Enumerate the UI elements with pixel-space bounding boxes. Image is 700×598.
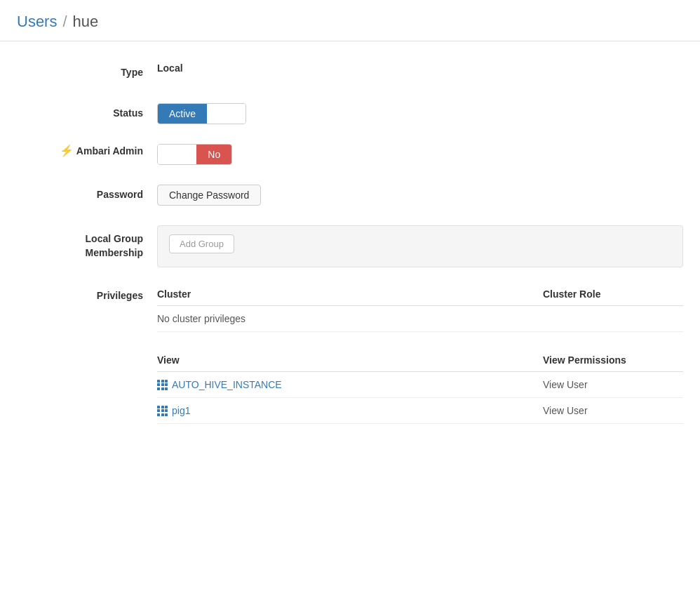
cluster-col-header: Cluster — [157, 288, 543, 300]
view-permission-2: View User — [543, 405, 683, 416]
add-group-button[interactable]: Add Group — [169, 234, 234, 253]
lightning-icon: ⚡ — [60, 144, 74, 157]
group-membership-area: Add Group — [157, 225, 683, 267]
breadcrumb-separator: / — [62, 13, 67, 31]
ambari-admin-toggle-group[interactable]: No — [157, 144, 232, 165]
cluster-role-col-header: Cluster Role — [543, 288, 683, 300]
view-name-1: AUTO_HIVE_INSTANCE — [172, 379, 282, 390]
ambari-admin-row: ⚡ Ambari Admin No — [17, 144, 683, 169]
table-row: pig1 View User — [157, 398, 683, 424]
view-permission-1: View User — [543, 379, 683, 390]
privileges-content: Cluster Cluster Role No cluster privileg… — [157, 283, 683, 424]
type-value: Local — [157, 62, 683, 74]
table-row: AUTO_HIVE_INSTANCE View User — [157, 372, 683, 398]
cluster-table-header: Cluster Cluster Role — [157, 283, 683, 306]
ambari-admin-no-button[interactable]: No — [196, 145, 231, 164]
password-label: Password — [17, 185, 157, 200]
view-section: View View Permissions AUTO_HIVE_INSTANCE — [157, 349, 683, 424]
no-cluster-text: No cluster privileges — [157, 313, 245, 324]
ambari-admin-yes-button[interactable] — [158, 145, 196, 164]
status-toggle-group[interactable]: Active — [157, 103, 246, 124]
ambari-admin-label: Ambari Admin — [76, 145, 143, 157]
status-label: Status — [17, 103, 157, 119]
local-group-value-container: Add Group — [157, 225, 683, 267]
type-row: Type Local — [17, 62, 683, 88]
type-label: Type — [17, 62, 157, 78]
breadcrumb-current: hue — [73, 13, 99, 31]
password-row: Password Change Password — [17, 185, 683, 210]
breadcrumb: Users / hue — [17, 13, 683, 31]
view-link-2[interactable]: pig1 — [157, 405, 190, 416]
page-header: Users / hue — [0, 0, 700, 41]
view-col-value-1: AUTO_HIVE_INSTANCE — [157, 379, 543, 390]
privileges-row: Privileges Cluster Cluster Role No clust… — [17, 283, 683, 424]
status-inactive-button[interactable] — [207, 104, 245, 124]
ambari-admin-toggle-container: No — [157, 144, 683, 165]
change-password-button[interactable]: Change Password — [157, 185, 261, 206]
password-value-container: Change Password — [157, 185, 683, 206]
view-permissions-col-header: View Permissions — [543, 354, 683, 366]
local-group-row: Local Group Membership Add Group — [17, 225, 683, 267]
status-toggle-container: Active — [157, 103, 683, 124]
view-col-value-2: pig1 — [157, 405, 543, 416]
main-content: Type Local Status Active ⚡ Ambari Admin … — [0, 41, 700, 441]
breadcrumb-users-link[interactable]: Users — [17, 13, 57, 31]
status-active-button[interactable]: Active — [158, 104, 207, 124]
privileges-label: Privileges — [17, 283, 157, 301]
grid-icon-1 — [157, 380, 168, 390]
no-cluster-row: No cluster privileges — [157, 306, 683, 332]
ambari-admin-label-container: ⚡ Ambari Admin — [17, 144, 157, 157]
grid-icon-2 — [157, 406, 168, 416]
view-name-2: pig1 — [172, 405, 190, 416]
view-col-header: View — [157, 354, 543, 366]
view-table-header: View View Permissions — [157, 349, 683, 372]
status-row: Status Active — [17, 103, 683, 128]
type-value-text: Local — [157, 62, 183, 74]
view-link-1[interactable]: AUTO_HIVE_INSTANCE — [157, 379, 282, 390]
local-group-label: Local Group Membership — [17, 225, 157, 260]
